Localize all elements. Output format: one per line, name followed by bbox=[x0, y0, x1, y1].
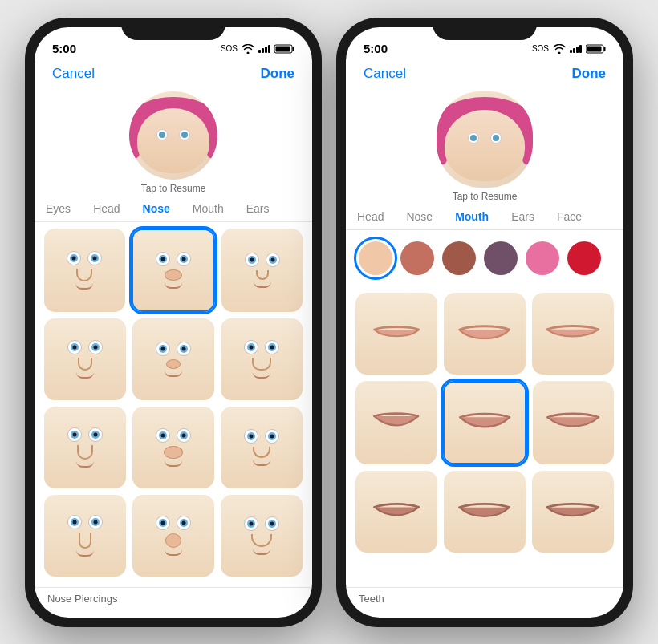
nose-cell-2-2[interactable] bbox=[221, 407, 303, 488]
done-button-2[interactable]: Done bbox=[572, 66, 607, 82]
color-natural[interactable] bbox=[359, 241, 392, 275]
bottom-label-2[interactable]: Teeth bbox=[346, 587, 623, 618]
grid-row-1-2 bbox=[44, 318, 303, 400]
color-mauve[interactable] bbox=[442, 241, 476, 275]
battery-icon-1 bbox=[274, 44, 294, 54]
phones-container: 5:00 SOS bbox=[17, 10, 641, 635]
mouth-svg-2-1 bbox=[456, 492, 513, 532]
tab-mouth-2[interactable]: Mouth bbox=[444, 209, 500, 225]
face-bg-1 bbox=[137, 108, 209, 173]
nose-cell-0-2[interactable] bbox=[221, 229, 303, 313]
nose-cell-1-2[interactable] bbox=[221, 318, 303, 400]
notch-1 bbox=[121, 18, 225, 40]
color-plum[interactable] bbox=[484, 241, 518, 275]
color-red[interactable] bbox=[567, 241, 601, 275]
mouth-svg-0-0 bbox=[370, 317, 423, 350]
face-pupil-right-1 bbox=[181, 132, 188, 138]
tap-resume-2[interactable]: Tap to Resume bbox=[453, 191, 518, 202]
category-tabs-2: Head Nose Mouth Ears Face bbox=[346, 202, 623, 230]
svg-rect-5 bbox=[587, 46, 602, 51]
sos-1: SOS bbox=[221, 44, 238, 53]
mouth-cell-1-2[interactable] bbox=[533, 381, 614, 465]
face-pupil-left-1 bbox=[159, 132, 165, 138]
mouth-cell-0-1[interactable] bbox=[444, 293, 526, 375]
grid-row-2-1 bbox=[355, 293, 614, 375]
tab-head-2[interactable]: Head bbox=[346, 209, 395, 225]
grid-row-1-1 bbox=[44, 229, 303, 313]
grid-row-1-3 bbox=[44, 407, 303, 488]
battery-icon-2 bbox=[586, 44, 606, 54]
svg-rect-4 bbox=[604, 47, 606, 51]
cancel-button-1[interactable]: Cancel bbox=[52, 66, 95, 82]
face-eyes-1 bbox=[156, 129, 190, 140]
nav-bar-1: Cancel Done bbox=[35, 63, 312, 88]
signal-2 bbox=[570, 44, 582, 53]
wifi-icon-1 bbox=[242, 44, 254, 54]
tab-eyes-1[interactable]: Eyes bbox=[35, 200, 82, 217]
status-time-1: 5:00 bbox=[52, 42, 76, 55]
mouth-svg-2-2 bbox=[543, 493, 602, 531]
mouth-svg-1-1 bbox=[457, 403, 513, 442]
tab-head-1[interactable]: Head bbox=[82, 200, 131, 217]
tap-resume-1[interactable]: Tap to Resume bbox=[141, 183, 206, 194]
mouth-cell-0-2[interactable] bbox=[532, 293, 614, 375]
bottom-label-1[interactable]: Nose Piercings bbox=[35, 587, 312, 618]
screen-2: 5:00 SOS bbox=[346, 27, 623, 618]
mouth-cell-0-0[interactable] bbox=[355, 293, 437, 375]
color-pink[interactable] bbox=[526, 241, 559, 275]
nose-cell-0-1[interactable] bbox=[132, 229, 216, 313]
color-row-2 bbox=[346, 230, 623, 286]
nose-cell-2-0[interactable] bbox=[44, 407, 126, 488]
nose-cell-3-1[interactable] bbox=[132, 495, 214, 577]
mouth-cell-2-0[interactable] bbox=[355, 471, 437, 553]
tab-ears-1[interactable]: Ears bbox=[235, 200, 281, 217]
nose-cell-2-1[interactable] bbox=[132, 407, 214, 488]
mouth-cell-1-0[interactable] bbox=[355, 381, 437, 465]
mouth-cell-2-2[interactable] bbox=[532, 471, 614, 553]
face-eye-right-1 bbox=[179, 129, 190, 140]
mouth-grid-2 bbox=[346, 286, 623, 587]
grid-row-2-3 bbox=[355, 471, 614, 553]
nose-cell-0-0[interactable] bbox=[44, 229, 125, 313]
mouth-cell-2-1[interactable] bbox=[444, 471, 526, 553]
category-tabs-1: Eyes Head Nose Mouth Ears bbox=[35, 194, 312, 222]
sos-2: SOS bbox=[532, 44, 549, 53]
nose-grid-1 bbox=[35, 222, 312, 587]
mouth-cell-1-1[interactable] bbox=[443, 381, 527, 465]
face-eye-left-1 bbox=[156, 129, 168, 140]
tab-nose-1[interactable]: Nose bbox=[132, 200, 181, 217]
face-eye-left-2 bbox=[468, 132, 479, 144]
tab-face-2[interactable]: Face bbox=[546, 209, 593, 225]
mouth-svg-0-2 bbox=[543, 316, 602, 350]
avatar-2[interactable] bbox=[437, 91, 533, 188]
nose-cell-1-1[interactable] bbox=[132, 318, 214, 400]
wifi-icon-2 bbox=[553, 44, 566, 54]
nose-cell-3-2[interactable] bbox=[221, 495, 303, 577]
done-button-1[interactable]: Done bbox=[261, 66, 295, 82]
tab-ears-2[interactable]: Ears bbox=[500, 209, 546, 225]
svg-rect-1 bbox=[293, 47, 294, 51]
avatar-1[interactable] bbox=[129, 91, 217, 180]
tab-nose-2[interactable]: Nose bbox=[395, 209, 444, 225]
color-rose[interactable] bbox=[400, 241, 434, 275]
mouth-svg-1-2 bbox=[544, 403, 602, 442]
signal-1 bbox=[258, 44, 270, 53]
phone-2: 5:00 SOS bbox=[336, 18, 633, 627]
status-right-2: SOS bbox=[532, 44, 606, 54]
cancel-button-2[interactable]: Cancel bbox=[364, 66, 406, 82]
avatar-area-2: Tap to Resume bbox=[346, 88, 623, 202]
avatar-area-1: Tap to Resume bbox=[35, 88, 312, 194]
tab-mouth-1[interactable]: Mouth bbox=[181, 200, 235, 217]
nose-cell-1-0[interactable] bbox=[44, 318, 126, 400]
face-pupil-right-2 bbox=[493, 135, 499, 141]
face-eye-right-2 bbox=[490, 132, 502, 144]
nose-cell-3-0[interactable] bbox=[44, 495, 126, 577]
nav-bar-2: Cancel Done bbox=[346, 63, 623, 88]
face-bg-2 bbox=[445, 110, 525, 181]
status-right-1: SOS bbox=[221, 44, 294, 54]
face-pupil-left-2 bbox=[470, 135, 477, 141]
face-eyes-2 bbox=[468, 132, 502, 144]
mouth-svg-2-0 bbox=[370, 493, 423, 530]
memoji-2 bbox=[445, 97, 525, 181]
screen-1: 5:00 SOS bbox=[35, 27, 312, 618]
